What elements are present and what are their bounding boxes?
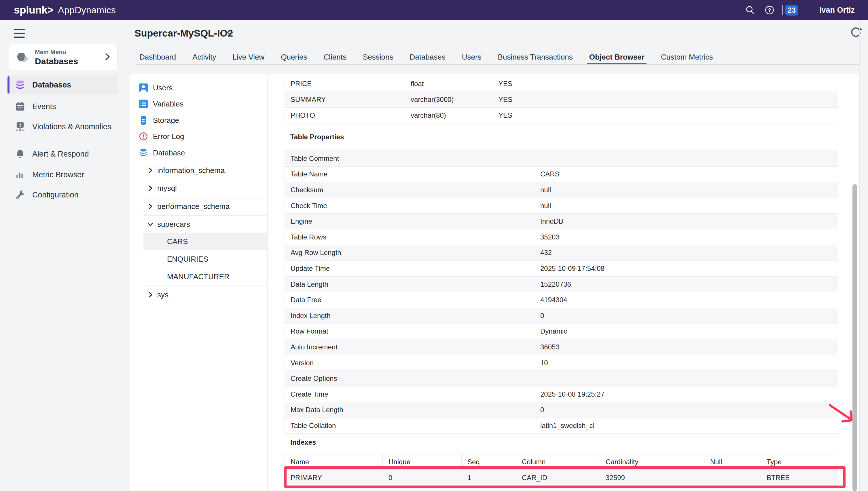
tree-item-performance-schema[interactable]: performance_schema	[143, 197, 267, 215]
column-nullable: YES	[499, 80, 838, 88]
search-icon[interactable]	[745, 0, 755, 20]
sidebar-item-metric-browser[interactable]: Metric Browser	[5, 168, 120, 182]
columns-table: PRICE float YES SUMMARY varchar(3000) YE…	[284, 76, 838, 123]
objectnav-database[interactable]: Database	[139, 146, 185, 159]
indexes-table: Name Unique Seq Column Cardinality Null …	[284, 454, 838, 486]
tree-item-sys[interactable]: sys	[143, 286, 267, 304]
sidebar-item-violations-anomalies[interactable]: Violations & Anomalies	[5, 119, 120, 134]
objectnav-error-log[interactable]: Error Log	[139, 130, 184, 143]
objectnav-label: Users	[153, 84, 172, 92]
refresh-icon[interactable]	[849, 27, 862, 39]
sidebar-item-events[interactable]: Events	[5, 99, 120, 114]
right-panel-edge	[859, 20, 860, 491]
indexes-heading: Indexes	[290, 438, 316, 446]
tree-item-label: information_schema	[157, 166, 225, 175]
user-name[interactable]: Ivan Ortiz	[819, 0, 855, 20]
index-name: PRIMARY	[285, 474, 383, 482]
notification-badge[interactable]: 23	[785, 5, 798, 16]
column-type: varchar(80)	[411, 111, 499, 119]
storage-icon	[139, 116, 148, 125]
object-tree-panel: Users Variables Storage Error Log	[130, 74, 268, 491]
index-type: BTREE	[761, 474, 838, 482]
tab-activity[interactable]: Activity	[192, 49, 216, 65]
help-icon[interactable]: ?	[764, 0, 775, 20]
chevron-right-icon	[147, 167, 153, 174]
tree-item-supercars[interactable]: supercars	[143, 215, 267, 233]
property-row: Table Comment	[285, 151, 838, 166]
property-row: Table NameCARS	[285, 166, 838, 182]
property-row: Max Data Length0	[285, 402, 838, 418]
main-menu-card[interactable]: Main Menu Databases	[9, 44, 117, 71]
sidebar-item-label: Alert & Respond	[32, 150, 89, 158]
violation-icon	[15, 121, 25, 132]
tree-item-label: sys	[157, 290, 168, 299]
table-properties-heading: Table Properties	[290, 133, 344, 141]
column-header: Unique	[383, 455, 461, 469]
tree-item-label: MANUFACTURER	[167, 272, 229, 281]
tree-item-label: performance_schema	[157, 202, 229, 211]
column-nullable: YES	[499, 95, 838, 104]
tree-item-information-schema[interactable]: information_schema	[143, 162, 267, 179]
bell-icon	[15, 149, 25, 159]
table-row: PHOTO varchar(80) YES	[285, 107, 838, 123]
database-icon	[139, 148, 148, 157]
sidebar-item-configuration[interactable]: Configuration	[5, 187, 120, 202]
sidebar-item-databases[interactable]: Databases	[7, 76, 118, 94]
index-unique: 0	[383, 474, 461, 482]
tab-live-view[interactable]: Live View	[233, 49, 265, 65]
tree-item-enquiries[interactable]: ENQUIRIES	[143, 251, 267, 268]
list-icon	[139, 99, 148, 108]
tree-item-cars[interactable]: CARS	[143, 233, 267, 251]
property-row: Row FormatDynamic	[285, 323, 838, 339]
sidebar-item-label: Configuration	[32, 191, 79, 199]
sidebar-item-label: Metric Browser	[32, 170, 84, 179]
objectnav-label: Storage	[153, 116, 179, 125]
tab-users[interactable]: Users	[462, 49, 481, 65]
tab-custom-metrics[interactable]: Custom Metrics	[661, 49, 713, 65]
objectnav-label: Variables	[153, 99, 184, 109]
column-header: Column	[516, 455, 600, 469]
tab-queries[interactable]: Queries	[281, 49, 307, 65]
tree-item-label: CARS	[167, 237, 188, 246]
tab-sessions[interactable]: Sessions	[363, 49, 393, 65]
tree-item-manufacturer[interactable]: MANUFACTURER	[143, 268, 267, 286]
tab-bar-underline-track	[137, 64, 860, 65]
tab-clients[interactable]: Clients	[324, 49, 346, 65]
tree-item-mysql[interactable]: mysql	[143, 179, 267, 197]
property-row: Data Length15220736	[285, 276, 838, 292]
database-server-title[interactable]: Supercar-MySQL-IO2	[135, 28, 233, 39]
vertical-scrollbar-thumb[interactable]	[852, 184, 857, 491]
calendar-icon	[15, 101, 25, 112]
tab-object-browser[interactable]: Object Browser	[589, 49, 645, 65]
column-nullable: YES	[499, 111, 838, 119]
property-row: EngineInnoDB	[285, 213, 838, 229]
hamburger-menu-icon[interactable]	[14, 29, 25, 38]
column-header: Name	[285, 455, 383, 469]
index-column: CAR_ID	[516, 474, 600, 482]
tab-databases[interactable]: Databases	[410, 49, 445, 65]
index-cardinality: 32599	[600, 474, 704, 482]
chevron-right-icon	[147, 203, 153, 210]
property-row: Auto Increment36053	[285, 339, 838, 355]
tab-business-transactions[interactable]: Business Transactions	[498, 49, 573, 65]
index-row-primary: PRIMARY 0 1 CAR_ID 32599 BTREE	[285, 470, 838, 486]
chevron-down-icon[interactable]	[226, 31, 234, 38]
sidebar-item-alert-respond[interactable]: Alert & Respond	[5, 147, 120, 161]
chevron-right-icon	[147, 185, 153, 192]
chevron-right-icon	[147, 291, 153, 298]
column-type: varchar(3000)	[411, 95, 499, 104]
objectnav-variables[interactable]: Variables	[139, 97, 184, 110]
objectnav-storage[interactable]: Storage	[139, 114, 179, 127]
sidebar-item-label: Violations & Anomalies	[32, 122, 111, 131]
column-header: Cardinality	[600, 455, 704, 469]
property-row: Checksumnull	[285, 182, 838, 198]
menu-card-title: Databases	[35, 56, 105, 66]
sidebar-item-label: Events	[32, 102, 56, 111]
hexagon-icon	[15, 52, 29, 62]
column-type: float	[411, 80, 499, 88]
column-name: PRICE	[285, 80, 411, 88]
tab-dashboard[interactable]: Dashboard	[139, 49, 176, 65]
objectnav-users[interactable]: Users	[139, 82, 172, 94]
user-icon	[139, 84, 148, 92]
chevron-down-icon	[147, 221, 153, 228]
